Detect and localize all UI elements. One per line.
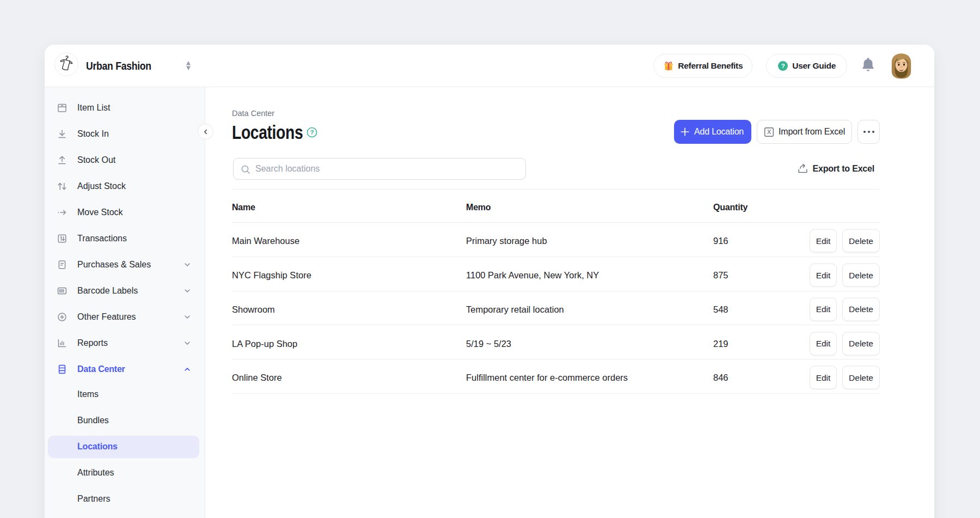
svg-text:?: ? (781, 63, 785, 69)
svg-text:?: ? (310, 129, 314, 136)
svg-text:X: X (767, 129, 771, 135)
